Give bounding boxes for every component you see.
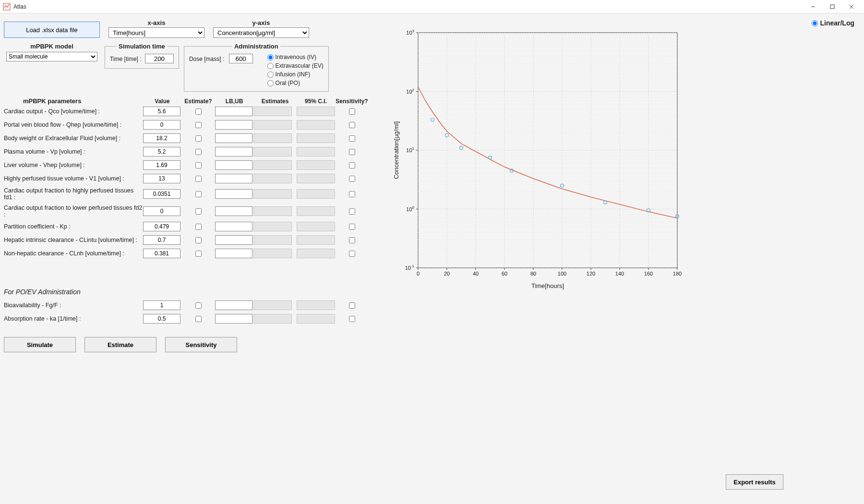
param-estimate-checkbox[interactable] bbox=[195, 208, 202, 215]
param-value-input[interactable] bbox=[143, 107, 180, 116]
param-lbub-input[interactable] bbox=[215, 235, 252, 245]
poev-estimate-checkbox[interactable] bbox=[195, 302, 202, 309]
param-value-input[interactable] bbox=[143, 189, 180, 199]
poev-value-input[interactable] bbox=[143, 300, 180, 310]
param-lbub-input[interactable] bbox=[215, 120, 252, 130]
param-sensitivity-checkbox[interactable] bbox=[349, 108, 355, 115]
param-ci-field bbox=[297, 189, 335, 199]
admin-radio-iv[interactable] bbox=[267, 54, 274, 60]
param-lbub-input[interactable] bbox=[215, 249, 252, 258]
param-lbub-input[interactable] bbox=[215, 189, 252, 199]
sensitivity-button[interactable]: Sensitivity bbox=[165, 337, 237, 352]
param-sensitivity-checkbox[interactable] bbox=[349, 237, 355, 243]
svg-text:40: 40 bbox=[473, 271, 479, 276]
poev-sensitivity-checkbox[interactable] bbox=[349, 316, 355, 322]
linlog-label: Linear/Log bbox=[820, 19, 854, 27]
param-estimate-checkbox[interactable] bbox=[195, 237, 202, 243]
load-data-button[interactable]: Load .xlsx data file bbox=[4, 22, 100, 38]
param-lbub-input[interactable] bbox=[215, 147, 252, 156]
param-estimate-checkbox[interactable] bbox=[195, 251, 202, 257]
param-estimates-field bbox=[253, 206, 292, 216]
yaxis-label: y-axis bbox=[252, 19, 270, 26]
param-estimate-checkbox[interactable] bbox=[195, 191, 202, 197]
poev-sensitivity-checkbox[interactable] bbox=[349, 302, 355, 309]
param-sensitivity-checkbox[interactable] bbox=[349, 176, 355, 182]
svg-text:100: 100 bbox=[558, 271, 566, 276]
maximize-button[interactable] bbox=[823, 1, 842, 12]
param-value-input[interactable] bbox=[143, 222, 180, 231]
param-value-input[interactable] bbox=[143, 174, 180, 183]
param-sensitivity-checkbox[interactable] bbox=[349, 162, 355, 168]
estimate-button[interactable]: Estimate bbox=[84, 337, 156, 352]
yaxis-select[interactable]: Concentration[µg/ml] bbox=[213, 27, 309, 38]
param-row: Cardiac output fraction to highly perfus… bbox=[4, 187, 388, 201]
simtime-input[interactable] bbox=[145, 54, 174, 63]
close-button[interactable] bbox=[842, 1, 861, 12]
param-sensitivity-checkbox[interactable] bbox=[349, 191, 355, 197]
svg-point-85 bbox=[431, 118, 434, 121]
linlog-toggle[interactable]: Linear/Log bbox=[812, 19, 854, 27]
param-estimate-checkbox[interactable] bbox=[195, 149, 202, 155]
svg-text:120: 120 bbox=[587, 271, 595, 276]
param-estimate-checkbox[interactable] bbox=[195, 224, 202, 230]
admin-radio-ev-label: Extravascular (EV) bbox=[276, 62, 324, 69]
poev-lbub-input[interactable] bbox=[215, 314, 252, 324]
param-estimates-field bbox=[253, 174, 292, 183]
poev-estimate-checkbox[interactable] bbox=[195, 316, 202, 322]
xaxis-select[interactable]: Time[hours] bbox=[108, 27, 204, 38]
poev-row: Absorption rate - ka [1/time] : bbox=[4, 314, 388, 324]
param-estimate-checkbox[interactable] bbox=[195, 162, 202, 168]
admin-radio-ev[interactable] bbox=[267, 63, 274, 69]
params-header-row: mPBPK parameters Value Estimate? LB,UB E… bbox=[4, 97, 388, 105]
model-label: mPBPK model bbox=[30, 43, 73, 50]
param-value-input[interactable] bbox=[143, 206, 180, 216]
param-lbub-input[interactable] bbox=[215, 133, 252, 143]
svg-text:160: 160 bbox=[644, 271, 653, 276]
model-select[interactable]: Small molecule bbox=[6, 52, 97, 61]
param-value-input[interactable] bbox=[143, 249, 180, 258]
param-estimate-checkbox[interactable] bbox=[195, 108, 202, 115]
param-estimate-checkbox[interactable] bbox=[195, 135, 202, 142]
admin-radio-po[interactable] bbox=[267, 80, 274, 86]
col-ci: 95% C.I. bbox=[297, 98, 335, 105]
poev-lbub-input[interactable] bbox=[215, 300, 252, 310]
param-sensitivity-checkbox[interactable] bbox=[349, 122, 355, 128]
param-value-input[interactable] bbox=[143, 133, 180, 143]
param-row: Hepatic intrinsic clearance - CLintu [vo… bbox=[4, 235, 388, 245]
param-lbub-input[interactable] bbox=[215, 160, 252, 170]
param-ci-field bbox=[297, 249, 335, 258]
svg-text:102: 102 bbox=[406, 88, 414, 95]
minimize-button[interactable] bbox=[804, 1, 823, 12]
param-lbub-input[interactable] bbox=[215, 174, 252, 183]
param-estimates-field bbox=[253, 160, 292, 170]
param-value-input[interactable] bbox=[143, 147, 180, 156]
param-lbub-input[interactable] bbox=[215, 222, 252, 231]
svg-text:80: 80 bbox=[530, 271, 536, 276]
admin-radio-inf[interactable] bbox=[267, 72, 274, 78]
svg-text:103: 103 bbox=[406, 29, 414, 36]
param-estimate-checkbox[interactable] bbox=[195, 122, 202, 128]
param-value-input[interactable] bbox=[143, 120, 180, 130]
param-ci-field bbox=[297, 160, 335, 170]
param-value-input[interactable] bbox=[143, 235, 180, 245]
col-lbub: LB,UB bbox=[215, 98, 253, 105]
param-value-input[interactable] bbox=[143, 160, 180, 170]
dose-input[interactable] bbox=[229, 54, 253, 63]
param-sensitivity-checkbox[interactable] bbox=[349, 149, 355, 155]
admin-radio-group: Intravenous (IV) Extravascular (EV) Infu… bbox=[267, 54, 324, 86]
param-sensitivity-checkbox[interactable] bbox=[349, 251, 355, 257]
param-sensitivity-checkbox[interactable] bbox=[349, 208, 355, 215]
poev-value-input[interactable] bbox=[143, 314, 180, 324]
linlog-radio[interactable] bbox=[812, 20, 818, 26]
export-button[interactable]: Export results bbox=[726, 474, 783, 490]
param-estimate-checkbox[interactable] bbox=[195, 176, 202, 182]
param-ci-field bbox=[297, 206, 335, 216]
simulate-button[interactable]: Simulate bbox=[4, 337, 76, 352]
param-sensitivity-checkbox[interactable] bbox=[349, 135, 355, 142]
param-row: Cardiac output - Qco [volume/time] : bbox=[4, 107, 388, 116]
param-label: Hepatic intrinsic clearance - CLintu [vo… bbox=[4, 237, 143, 243]
param-label: Body weight or Extracellular Fluid [volu… bbox=[4, 135, 143, 142]
param-lbub-input[interactable] bbox=[215, 107, 252, 116]
param-lbub-input[interactable] bbox=[215, 206, 252, 216]
param-sensitivity-checkbox[interactable] bbox=[349, 224, 355, 230]
